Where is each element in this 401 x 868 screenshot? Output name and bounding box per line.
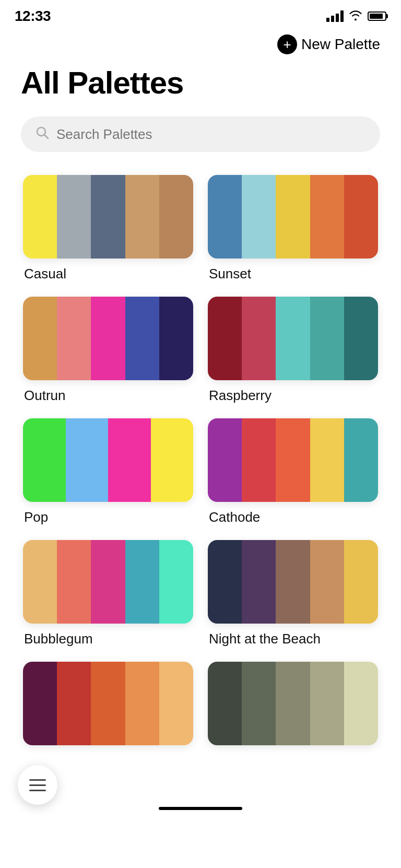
palette-swatch bbox=[23, 662, 193, 745]
palette-swatch bbox=[208, 662, 378, 745]
color-strip bbox=[159, 540, 193, 624]
color-strip bbox=[242, 662, 276, 745]
color-strip bbox=[208, 297, 242, 380]
color-strip bbox=[276, 540, 310, 624]
color-strip bbox=[23, 175, 57, 259]
page-title: All Palettes bbox=[0, 60, 401, 111]
color-strip bbox=[125, 540, 159, 624]
palette-item[interactable]: Pop bbox=[16, 411, 200, 533]
home-bar bbox=[159, 807, 242, 810]
color-strip bbox=[57, 540, 91, 624]
new-palette-button[interactable]: + New Palette bbox=[277, 34, 380, 54]
palette-name: Sunset bbox=[208, 266, 378, 282]
color-strip bbox=[91, 540, 125, 624]
color-strip bbox=[310, 175, 344, 259]
color-strip bbox=[159, 297, 193, 380]
color-strip bbox=[276, 175, 310, 259]
palettes-grid: CasualSunsetOutrunRaspberryPopCathodeBub… bbox=[0, 168, 401, 760]
palette-swatch bbox=[23, 418, 193, 502]
color-strip bbox=[310, 540, 344, 624]
menu-icon bbox=[29, 779, 46, 791]
palette-swatch bbox=[208, 297, 378, 380]
color-strip bbox=[310, 662, 344, 745]
color-strip bbox=[91, 297, 125, 380]
palette-swatch bbox=[23, 540, 193, 624]
palette-item[interactable]: Night at the Beach bbox=[200, 533, 385, 654]
palette-name: Bubblegum bbox=[23, 631, 193, 647]
color-strip bbox=[125, 662, 159, 745]
color-strip bbox=[151, 418, 194, 502]
color-strip bbox=[310, 418, 344, 502]
palette-name: Night at the Beach bbox=[208, 631, 378, 647]
palette-item[interactable] bbox=[16, 654, 200, 760]
color-strip bbox=[23, 297, 57, 380]
color-strip bbox=[208, 662, 242, 745]
color-strip bbox=[276, 662, 310, 745]
color-strip bbox=[159, 175, 193, 259]
color-strip bbox=[208, 540, 242, 624]
color-strip bbox=[242, 540, 276, 624]
color-strip bbox=[57, 662, 91, 745]
color-strip bbox=[159, 662, 193, 745]
palette-item[interactable]: Bubblegum bbox=[16, 533, 200, 654]
palette-swatch bbox=[23, 175, 193, 259]
color-strip bbox=[276, 297, 310, 380]
search-container bbox=[0, 111, 401, 168]
color-strip bbox=[125, 297, 159, 380]
color-strip bbox=[57, 175, 91, 259]
color-strip bbox=[242, 297, 276, 380]
color-strip bbox=[242, 418, 276, 502]
signal-bars-icon bbox=[326, 10, 344, 22]
header: + New Palette bbox=[0, 29, 401, 60]
color-strip bbox=[23, 662, 57, 745]
color-strip bbox=[23, 418, 66, 502]
color-strip bbox=[344, 662, 378, 745]
color-strip bbox=[276, 418, 310, 502]
status-bar: 12:33 bbox=[0, 0, 401, 29]
wifi-icon bbox=[349, 9, 362, 24]
plus-circle-icon: + bbox=[277, 34, 297, 54]
color-strip bbox=[344, 297, 378, 380]
search-icon bbox=[36, 126, 49, 143]
color-strip bbox=[23, 540, 57, 624]
color-strip bbox=[57, 297, 91, 380]
color-strip bbox=[91, 175, 125, 259]
palette-swatch bbox=[208, 540, 378, 624]
palette-swatch bbox=[208, 418, 378, 502]
color-strip bbox=[344, 175, 378, 259]
color-strip bbox=[344, 540, 378, 624]
palette-name: Outrun bbox=[23, 388, 193, 404]
status-time: 12:33 bbox=[15, 8, 51, 25]
new-palette-label: New Palette bbox=[301, 36, 380, 53]
color-strip bbox=[344, 418, 378, 502]
search-bar[interactable] bbox=[21, 116, 380, 152]
color-strip bbox=[208, 175, 242, 259]
color-strip bbox=[108, 418, 151, 502]
palette-item[interactable]: Outrun bbox=[16, 289, 200, 411]
menu-button[interactable] bbox=[18, 765, 57, 805]
bottom-area bbox=[0, 760, 401, 802]
svg-line-1 bbox=[44, 135, 48, 138]
color-strip bbox=[310, 297, 344, 380]
palette-item[interactable]: Raspberry bbox=[200, 289, 385, 411]
color-strip bbox=[91, 662, 125, 745]
palette-name: Cathode bbox=[208, 509, 378, 525]
color-strip bbox=[208, 418, 242, 502]
palette-swatch bbox=[23, 297, 193, 380]
battery-icon bbox=[368, 11, 386, 21]
palette-swatch bbox=[208, 175, 378, 259]
color-strip bbox=[66, 418, 109, 502]
palette-item[interactable]: Cathode bbox=[200, 411, 385, 533]
palette-item[interactable]: Casual bbox=[16, 168, 200, 289]
palette-name: Casual bbox=[23, 266, 193, 282]
search-input[interactable] bbox=[56, 126, 365, 143]
palette-name: Pop bbox=[23, 509, 193, 525]
palette-name: Raspberry bbox=[208, 388, 378, 404]
palette-item[interactable]: Sunset bbox=[200, 168, 385, 289]
status-icons bbox=[326, 9, 386, 24]
color-strip bbox=[242, 175, 276, 259]
color-strip bbox=[125, 175, 159, 259]
palette-item[interactable] bbox=[200, 654, 385, 760]
home-indicator bbox=[0, 802, 401, 818]
